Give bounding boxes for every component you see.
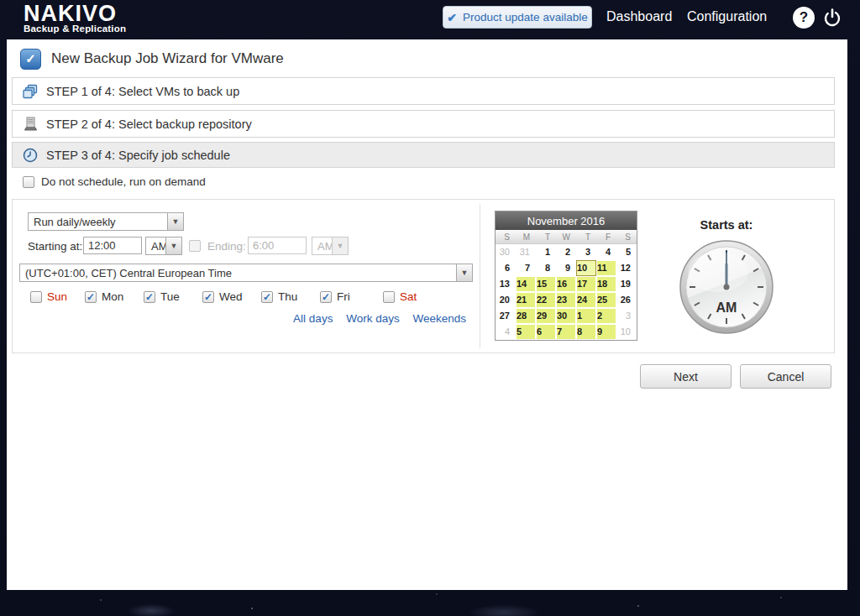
calendar-day[interactable]: 13 xyxy=(496,276,516,292)
calendar-day[interactable]: 19 xyxy=(616,276,637,292)
day-thu: Thu xyxy=(261,290,297,303)
calendar-day[interactable]: 16 xyxy=(556,276,576,292)
logo-title: NAKIVO xyxy=(24,3,126,25)
calendar-day[interactable]: 18 xyxy=(596,276,616,292)
repository-icon xyxy=(23,117,38,132)
calendar-day[interactable]: 30 xyxy=(556,308,576,324)
calendar-day[interactable]: 11 xyxy=(596,260,616,276)
day-mon-checkbox[interactable] xyxy=(85,291,97,303)
calendar-day[interactable]: 20 xyxy=(496,292,516,308)
product-update-button[interactable]: ✔ Product update available xyxy=(443,6,592,29)
calendar-day[interactable]: 2 xyxy=(596,308,616,324)
run-on-demand-checkbox[interactable] xyxy=(23,176,34,188)
cancel-button[interactable]: Cancel xyxy=(740,364,831,389)
calendar-day[interactable]: 22 xyxy=(536,292,556,308)
all-days-link[interactable]: All days xyxy=(293,312,333,325)
weekends-link[interactable]: Weekends xyxy=(412,312,466,325)
next-button[interactable]: Next xyxy=(640,364,732,389)
wizard-title-row: ✓ New Backup Job Wizard for VMware xyxy=(20,46,284,71)
calendar-day[interactable]: 10 xyxy=(616,324,637,340)
calendar-day[interactable]: 9 xyxy=(556,260,576,276)
day-label: Mon xyxy=(102,290,123,303)
calendar-day[interactable]: 1 xyxy=(536,244,556,260)
calendar-day[interactable]: 9 xyxy=(596,324,616,340)
starts-at-label: Starts at: xyxy=(659,218,794,232)
schedule-calendar: November 2016 S M T W T F S 30 31 1 2 3 … xyxy=(495,211,637,341)
day-label: Thu xyxy=(278,290,297,303)
calendar-day[interactable]: 27 xyxy=(496,308,516,324)
calendar-day[interactable]: 23 xyxy=(556,292,576,308)
wizard-step-2[interactable]: STEP 2 of 4: Select backup repository xyxy=(12,110,835,138)
calendar-day[interactable]: 7 xyxy=(556,324,576,340)
weekday-header: T xyxy=(536,230,556,243)
day-sat-checkbox[interactable] xyxy=(383,291,395,303)
day-wed-checkbox[interactable] xyxy=(202,291,214,303)
nav-dashboard[interactable]: Dashboard xyxy=(606,9,672,24)
calendar-day[interactable]: 25 xyxy=(596,292,616,308)
calendar-day[interactable]: 29 xyxy=(536,308,556,324)
calendar-day[interactable]: 3 xyxy=(576,244,596,260)
weekday-header: F xyxy=(596,230,616,243)
calendar-day[interactable]: 4 xyxy=(596,244,616,260)
calendar-day[interactable]: 1 xyxy=(576,308,596,324)
help-icon[interactable]: ? xyxy=(793,7,815,29)
day-sun-checkbox[interactable] xyxy=(30,291,42,303)
start-meridiem-select[interactable]: AM ▼ xyxy=(145,237,182,255)
vertical-divider xyxy=(480,204,480,348)
calendar-day[interactable]: 8 xyxy=(576,324,596,340)
calendar-day[interactable]: 30 xyxy=(496,244,516,260)
calendar-week: 20 21 22 23 24 25 26 xyxy=(496,292,637,308)
day-wed: Wed xyxy=(202,290,243,303)
calendar-day[interactable]: 14 xyxy=(516,276,536,292)
clock-icon xyxy=(23,148,38,163)
weekday-header: S xyxy=(496,230,516,243)
power-icon[interactable] xyxy=(821,7,843,29)
wizard-step-3[interactable]: STEP 3 of 4: Specify job schedule xyxy=(12,142,835,168)
nav-configuration[interactable]: Configuration xyxy=(687,9,767,24)
calendar-day[interactable]: 17 xyxy=(576,276,596,292)
calendar-day[interactable]: 24 xyxy=(576,292,596,308)
check-icon: ✔ xyxy=(447,11,457,24)
wizard-step-1[interactable]: STEP 1 of 4: Select VMs to back up xyxy=(12,77,835,105)
calendar-day[interactable]: 2 xyxy=(556,244,576,260)
chevron-down-icon: ▼ xyxy=(167,213,183,230)
calendar-day[interactable]: 7 xyxy=(516,260,536,276)
timezone-select[interactable]: (UTC+01:00, CET) Central European Time ▼ xyxy=(19,264,473,282)
calendar-day[interactable]: 15 xyxy=(536,276,556,292)
weekday-checkboxes-row: Sun Mon Tue Wed Thu Fri Sat xyxy=(13,290,480,304)
calendar-day[interactable]: 3 xyxy=(616,308,637,324)
end-meridiem-value: AM xyxy=(312,240,332,253)
calendar-day[interactable]: 21 xyxy=(516,292,536,308)
calendar-day[interactable]: 8 xyxy=(536,260,556,276)
product-update-label: Product update available xyxy=(463,11,588,23)
day-tue-checkbox[interactable] xyxy=(144,291,155,303)
calendar-day[interactable]: 12 xyxy=(616,260,637,276)
chevron-down-icon: ▼ xyxy=(332,238,348,254)
starting-at-label: Starting at: xyxy=(28,240,82,253)
weekday-header: M xyxy=(516,230,536,243)
day-mon: Mon xyxy=(85,290,123,303)
work-days-link[interactable]: Work days xyxy=(346,312,400,325)
day-thu-checkbox[interactable] xyxy=(261,291,273,303)
ending-label: Ending: xyxy=(207,240,246,253)
day-fri-checkbox[interactable] xyxy=(320,291,332,303)
ending-checkbox[interactable] xyxy=(189,240,201,252)
calendar-day[interactable]: 6 xyxy=(536,324,556,340)
calendar-day-today[interactable]: 10 xyxy=(576,260,596,276)
day-label: Wed xyxy=(219,290,243,303)
end-time-input[interactable] xyxy=(248,237,307,254)
day-quick-links: All days Work days Weekends xyxy=(13,312,466,325)
calendar-day[interactable]: 5 xyxy=(516,324,536,340)
day-label: Sat xyxy=(400,290,417,303)
calendar-day[interactable]: 28 xyxy=(516,308,536,324)
end-meridiem-select[interactable]: AM ▼ xyxy=(312,237,349,255)
calendar-day[interactable]: 26 xyxy=(616,292,637,308)
calendar-day[interactable]: 5 xyxy=(616,244,637,260)
day-sun: Sun xyxy=(30,290,67,303)
frequency-select[interactable]: Run daily/weekly ▼ xyxy=(28,212,184,231)
calendar-day[interactable]: 31 xyxy=(516,244,536,260)
start-time-input[interactable] xyxy=(83,237,142,254)
calendar-day[interactable]: 6 xyxy=(496,260,516,276)
calendar-day[interactable]: 4 xyxy=(496,324,516,340)
calendar-weekday-header: S M T W T F S xyxy=(496,230,637,244)
